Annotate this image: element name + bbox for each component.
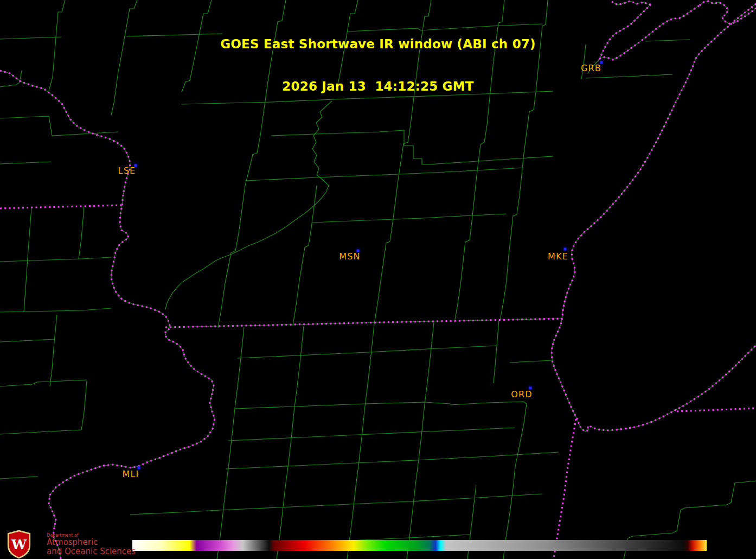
county-line [238,346,496,358]
logo-name-line1: Atmospheric [47,538,136,547]
county-line [356,406,365,486]
county-line [79,206,84,259]
county-line [235,327,244,409]
county-line [81,381,87,430]
county-line [0,430,81,434]
county-line [0,308,111,312]
station-label-msn: MSN [339,251,361,262]
door-islands-north-shoreline [612,1,651,5]
county-line [0,339,54,342]
image-title: GOES East Shortwave IR window (ABI ch 07… [0,9,756,122]
county-line [50,315,57,386]
county-line [312,214,507,223]
county-line [365,325,374,406]
il-in-border [554,419,576,559]
county-line [165,101,332,309]
station-dot-mke [564,248,567,251]
station-label-grb: GRB [581,63,601,73]
county-line [285,407,294,487]
county-line [130,494,542,514]
county-line [299,186,317,281]
county-line [415,404,425,485]
county-line [425,322,434,404]
station-label-mli: MLI [122,469,139,479]
county-line [454,281,461,322]
county-line [494,320,499,383]
county-line [404,130,428,164]
crest-letter: W [11,537,27,552]
county-line [428,156,553,164]
county-line [500,281,507,320]
station-label-ord: ORD [511,389,533,399]
satellite-image-viewer: GOES East Shortwave IR window (ABI ch 07… [0,0,756,559]
title-line-datetime: 2026 Jan 13 14:12:25 GMT [0,79,756,93]
county-line [235,402,450,409]
mn-ia-border [0,205,122,208]
county-line [271,130,404,136]
county-line [293,281,299,326]
station-label-lse: LSE [118,166,136,176]
county-line [225,186,245,283]
county-line [0,477,38,479]
county-line [381,180,398,281]
county-line [228,428,515,441]
title-line-product: GOES East Shortwave IR window (ABI ch 07… [0,37,756,51]
in-mi-border [677,408,756,411]
county-line [245,168,524,181]
aoss-logo-text: Department of Atmospheric and Oceanic Sc… [47,533,136,556]
county-line [24,208,31,312]
county-line [450,402,527,559]
mississippi-mn-wi-ia-il-shoreline [0,71,215,559]
logo-name-line2: and Oceanic Sciences [47,547,136,556]
county-line [0,162,52,164]
aoss-logo: W Department of Atmospheric and Oceanic … [4,530,136,558]
uw-crest-icon: W [4,530,34,558]
wi-il-border-shoreline [165,319,562,327]
county-line [0,380,87,386]
colorbar [132,540,707,551]
county-line [374,281,381,324]
mississippi-mn-wi-ia-il [0,71,215,559]
station-label-mke: MKE [548,251,568,262]
county-line [507,153,524,281]
county-line [510,360,552,363]
county-line [0,257,111,262]
county-line [226,452,559,469]
county-line [226,409,235,490]
county-line [294,326,304,407]
county-line [218,283,225,328]
county-line [461,180,476,281]
